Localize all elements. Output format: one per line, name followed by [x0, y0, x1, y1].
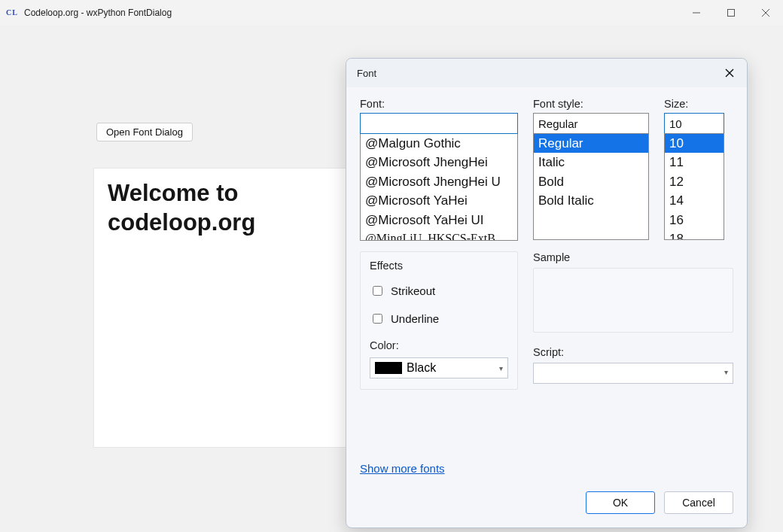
strikeout-checkbox[interactable] [373, 286, 382, 296]
style-list-item[interactable]: Bold Italic [534, 191, 648, 210]
style-list-item[interactable]: Regular [534, 134, 648, 153]
strikeout-checkbox-row[interactable]: Strikeout [370, 284, 508, 298]
maximize-icon [727, 9, 735, 17]
font-dialog: Font Font: @Malgun Gothic@Microsoft Jhen… [346, 58, 748, 528]
ok-button[interactable]: OK [586, 491, 655, 514]
effects-label: Effects [370, 260, 508, 272]
size-list-item[interactable]: 12 [665, 172, 724, 191]
size-listbox[interactable]: 10111214161820 [664, 133, 724, 240]
font-column: Font: @Malgun Gothic@Microsoft JhengHei@… [360, 98, 518, 241]
underline-checkbox-row[interactable]: Underline [370, 312, 508, 326]
close-button[interactable] [748, 0, 783, 25]
color-select[interactable]: Black ▾ [370, 357, 508, 378]
svg-rect-1 [728, 9, 735, 16]
size-column: Size: 10111214161820 [664, 98, 724, 241]
style-column: Font style: RegularItalicBoldBold Italic [533, 98, 649, 241]
font-list-item[interactable]: @MingLiU_HKSCS-ExtB [361, 230, 517, 241]
script-select[interactable]: ▾ [533, 363, 733, 384]
client-area: Open Font Dialog Welcome to codeloop.org… [0, 25, 783, 532]
font-list-item[interactable]: @Microsoft YaHei UI [361, 211, 517, 230]
style-listbox[interactable]: RegularItalicBoldBold Italic [533, 133, 649, 240]
font-label: Font: [360, 98, 518, 110]
minimize-icon [693, 9, 700, 17]
underline-checkbox[interactable] [373, 314, 382, 324]
underline-label: Underline [391, 312, 439, 325]
effects-group: Effects Strikeout Underline Color: Black… [360, 251, 518, 390]
sample-label: Sample [533, 251, 733, 263]
font-list-item[interactable]: @Microsoft JhengHei U [361, 172, 517, 191]
size-list-item[interactable]: 14 [665, 191, 724, 210]
maximize-button[interactable] [714, 0, 748, 25]
sample-preview [533, 268, 733, 333]
dialog-title: Font [357, 68, 376, 79]
panel-heading: Welcome to codeloop.org [94, 169, 346, 238]
close-icon [725, 68, 734, 78]
sample-group: Sample Script: ▾ [533, 251, 733, 390]
size-list-item[interactable]: 16 [665, 211, 724, 230]
style-list-item[interactable]: Bold [534, 172, 648, 191]
dialog-body: Font: @Malgun Gothic@Microsoft JhengHei@… [346, 87, 747, 527]
style-list-item[interactable]: Italic [534, 153, 648, 172]
color-label: Color: [370, 339, 508, 351]
size-list-item[interactable]: 11 [665, 153, 724, 172]
font-list-item[interactable]: @Microsoft JhengHei [361, 153, 517, 172]
heading-line-2: codeloop.org [108, 209, 255, 236]
close-icon [762, 9, 769, 17]
color-name: Black [407, 361, 436, 375]
minimize-button[interactable] [679, 0, 714, 25]
dialog-button-row: OK Cancel [586, 491, 733, 514]
open-font-dialog-button[interactable]: Open Font Dialog [96, 123, 193, 141]
color-swatch [375, 362, 402, 374]
size-label: Size: [664, 98, 724, 110]
font-listbox[interactable]: @Malgun Gothic@Microsoft JhengHei@Micros… [360, 134, 518, 241]
show-more-fonts-link[interactable]: Show more fonts [360, 462, 445, 475]
chevron-down-icon: ▾ [499, 364, 503, 372]
main-window-titlebar: CL Codeloop.org - wxPython FontDialog [0, 0, 783, 25]
font-list-item[interactable]: @Microsoft YaHei [361, 191, 517, 210]
dialog-titlebar: Font [346, 59, 747, 87]
font-list-item[interactable]: @Malgun Gothic [361, 134, 517, 153]
style-label: Font style: [533, 98, 649, 110]
size-list-item[interactable]: 18 [665, 230, 724, 240]
heading-line-1: Welcome to [108, 180, 238, 206]
text-panel: Welcome to codeloop.org [93, 168, 346, 448]
size-input[interactable] [664, 113, 724, 134]
style-input[interactable] [533, 113, 649, 134]
font-input[interactable] [360, 113, 518, 134]
window-controls [679, 0, 783, 25]
app-icon: CL [6, 7, 18, 19]
chevron-down-icon: ▾ [724, 368, 728, 376]
strikeout-label: Strikeout [391, 284, 435, 297]
script-label: Script: [533, 346, 733, 358]
cancel-button[interactable]: Cancel [664, 491, 733, 514]
window-title: Codeloop.org - wxPython FontDialog [24, 8, 172, 18]
dialog-close-button[interactable] [723, 66, 736, 80]
size-list-item[interactable]: 10 [665, 134, 724, 153]
